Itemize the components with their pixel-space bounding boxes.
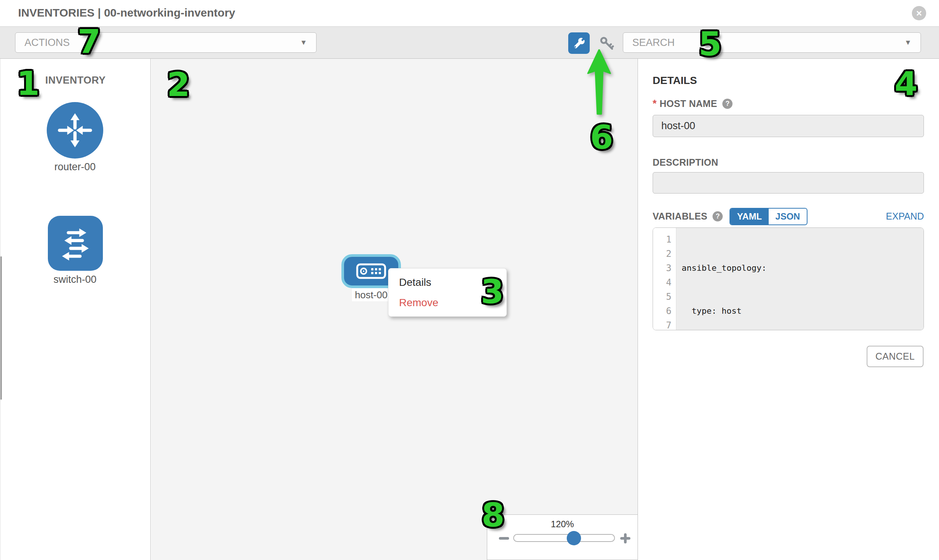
annotation-number-7: 7 [78,25,100,58]
host-name-label-row: * HOST NAME ? [653,98,732,109]
sidebar-item-router[interactable] [47,102,103,158]
sidebar-item-switch-label: switch-00 [37,274,113,285]
search-dropdown-label: SEARCH [632,37,675,49]
required-marker: * [653,98,657,109]
caret-down-icon: ▼ [300,38,307,47]
variables-label-row: VARIABLES ? [653,211,723,222]
toolbar: ACTIONS ▼ SEARCH ▼ [0,27,939,59]
search-dropdown[interactable]: SEARCH ▼ [623,32,921,53]
variables-label: VARIABLES [653,211,707,222]
sidebar-scrollbar[interactable] [0,257,2,400]
annotation-number-5: 5 [698,28,722,61]
zoom-level-value: 120% [487,519,638,529]
annotation-number-4: 4 [894,68,917,100]
details-heading: DETAILS [653,75,697,87]
header-bar: INVENTORIES | 00-networking-inventory × [0,0,939,27]
tab-json[interactable]: JSON [769,209,807,225]
expand-link[interactable]: EXPAND [886,211,924,222]
zoom-out-icon[interactable] [499,537,509,540]
close-icon[interactable]: × [912,6,926,20]
host-name-label: HOST NAME [660,98,717,109]
annotation-number-8: 8 [481,498,504,532]
sidebar-item-router-label: router-00 [37,161,113,173]
zoom-slider-track[interactable] [513,534,615,542]
wrench-icon [573,37,586,50]
description-field[interactable] [653,172,924,194]
inventory-heading: INVENTORY [45,75,106,86]
annotation-number-3: 3 [481,275,504,308]
zoom-slider-thumb[interactable] [567,531,581,545]
description-label-row: DESCRIPTION [653,157,718,168]
annotation-arrow-up-icon [587,49,611,116]
question-circle-icon[interactable]: ? [722,98,732,109]
editor-code[interactable]: ansible_topology: type: host name: host-… [676,228,924,330]
actions-dropdown[interactable]: ACTIONS ▼ [15,32,316,53]
variables-editor[interactable]: 1 2 3 4 5 6 7 ansible_topology: type: ho… [653,228,924,330]
inventory-topology-app: INVENTORIES | 00-networking-inventory × … [0,0,939,560]
page-title: INVENTORIES | 00-networking-inventory [18,6,235,19]
actions-dropdown-label: ACTIONS [25,37,70,49]
switch-icon [56,224,95,263]
host-icon [356,263,386,279]
router-icon [55,110,95,151]
tools-button[interactable] [568,32,590,54]
annotation-number-2: 2 [167,68,190,101]
question-circle-icon[interactable]: ? [712,211,723,222]
code-line: type: host [682,304,924,318]
editor-line-numbers: 1 2 3 4 5 6 7 [653,228,676,330]
cancel-button[interactable]: CANCEL [867,346,924,367]
code-line: ansible_topology: [682,261,924,275]
annotation-number-6: 6 [590,121,613,154]
sidebar-item-switch[interactable] [48,216,103,271]
description-label: DESCRIPTION [653,157,718,168]
tab-yaml[interactable]: YAML [730,209,769,225]
caret-down-icon: ▼ [904,38,911,47]
variables-format-toggle: YAML JSON [729,208,808,225]
annotation-number-1: 1 [17,67,40,100]
zoom-in-icon[interactable] [620,533,631,543]
host-name-field[interactable]: host-00 [653,115,924,137]
